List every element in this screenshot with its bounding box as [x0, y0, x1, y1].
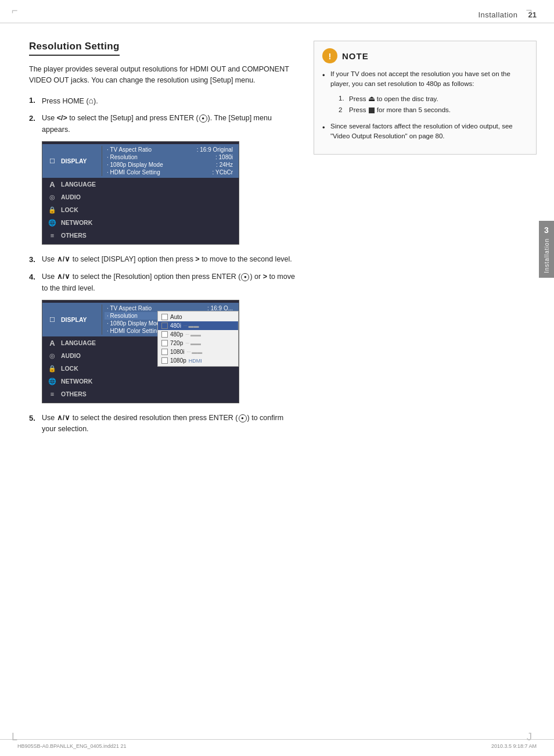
- checkbox-auto: [161, 314, 168, 320]
- setting-resolution: · Resolution: 1080i: [105, 153, 235, 161]
- submenu-480p-dots: ···: [185, 332, 189, 337]
- others-icon-1: ≡: [46, 231, 59, 240]
- stop-icon: [369, 108, 375, 113]
- display-label: DISPLAY: [61, 157, 102, 164]
- menu-row-others-2: ≡ OTHERS: [42, 388, 239, 400]
- language-icon-1: A: [46, 180, 59, 189]
- enter-icon-1: ●: [199, 114, 207, 123]
- network-label-1: NETWORK: [61, 219, 102, 226]
- menu-row-network-1: 🌐 NETWORK: [42, 216, 239, 229]
- submenu-480i-dots: ···: [184, 323, 188, 328]
- step-2-text: Use </> to select the [Setup] and press …: [42, 113, 296, 135]
- setting-tv-ratio: · TV Aspect Ratio: 16:9 Original: [105, 146, 235, 153]
- submenu-1080i-dots: ···: [186, 349, 190, 354]
- menu-row-network-2: 🌐 NETWORK: [42, 375, 239, 388]
- footer-right: 2010.3.5 9:18:7 AM: [491, 743, 537, 749]
- menu-screenshot-2: ☐ DISPLAY · TV Aspect Ratio: 16:9 O... ·…: [42, 300, 239, 403]
- menu-row-audio-1: ◎ AUDIO: [42, 191, 239, 203]
- display-label-2: DISPLAY: [61, 316, 102, 323]
- sidebar-tab-number: 3: [544, 225, 549, 235]
- setting-1080p: · 1080p Display Mode: 24Hz: [105, 161, 235, 169]
- corner-mark-bl: L: [12, 731, 17, 743]
- sidebar-tab-label: Installation: [544, 238, 550, 273]
- audio-icon-1: ◎: [46, 192, 59, 202]
- note-sub-item-1: 1. Press ⏏ to open the disc tray.: [339, 93, 528, 105]
- eject-icon: ⏏: [368, 94, 375, 103]
- language-label-1: LANGUAGE: [61, 181, 102, 188]
- display-icon-2: ☐: [46, 315, 59, 324]
- page-wrapper: ⌐ ¬ Installation 21 3 Installation Resol…: [0, 0, 554, 756]
- setting-hdmi: · HDMI Color Setting: YCbCr: [105, 169, 235, 176]
- submenu-auto-label: Auto: [170, 314, 182, 320]
- audio-label-1: AUDIO: [61, 194, 102, 200]
- sidebar-tab: 3 Installation: [539, 221, 554, 278]
- step-1-text: Press HOME (⌂).: [42, 95, 296, 108]
- step-2: 2. Use </> to select the [Setup] and pre…: [29, 113, 296, 135]
- checkbox-480p: [161, 331, 168, 338]
- note-exclamation-icon: !: [322, 48, 337, 63]
- display-settings: · TV Aspect Ratio: 16:9 Original · Resol…: [102, 146, 235, 176]
- checkbox-1080i: [161, 349, 168, 355]
- step-4: 4. Use ∧/∨ to select the [Resolution] op…: [29, 271, 296, 294]
- submenu-480p-label: 480p: [170, 331, 183, 338]
- step-1-num: 1.: [29, 95, 42, 106]
- network-icon-1: 🌐: [46, 218, 59, 227]
- lock-icon-2: 🔒: [46, 364, 59, 373]
- note-box: ! NOTE • If your TV does not accept the …: [314, 41, 537, 155]
- note-sub-text-2: Press for more than 5 seconds.: [349, 105, 451, 115]
- submenu-480i-label: 480i: [170, 323, 181, 329]
- audio-label-2: AUDIO: [61, 352, 102, 359]
- audio-icon-2: ◎: [46, 351, 59, 360]
- network-label-2: NETWORK: [61, 378, 102, 385]
- menu-row-language-1: A LANGUAGE: [42, 178, 239, 191]
- note-bullet-2: • Since several factors affect the resol…: [322, 121, 528, 142]
- language-label-2: LANGUAGE: [61, 339, 102, 346]
- note-header: ! NOTE: [322, 48, 528, 63]
- submenu-1080p: 1080p HDMI: [158, 356, 238, 365]
- resolution-submenu: Auto 480i ··· ▬▬ 480p ··· ▬▬: [157, 311, 239, 367]
- step-5-num: 5.: [29, 413, 42, 424]
- note-bullet-2-text: Since several factors affect the resolut…: [330, 121, 528, 142]
- checkbox-480i: [161, 323, 168, 329]
- note-bullet-1-content: If your TV does not accept the resolutio…: [330, 69, 528, 116]
- checkbox-720p: [161, 340, 168, 346]
- note-bullet-1: • If your TV does not accept the resolut…: [322, 69, 528, 116]
- step-4-num: 4.: [29, 271, 42, 283]
- menu-row-others-1: ≡ OTHERS: [42, 229, 239, 242]
- section-title: Resolution Setting: [29, 41, 120, 56]
- intro-text: The player provides several output resol…: [29, 64, 296, 87]
- submenu-1080p-label: 1080p: [170, 357, 186, 364]
- network-icon-2: 🌐: [46, 377, 59, 386]
- step-1: 1. Press HOME (⌂).: [29, 95, 296, 108]
- lock-label-1: LOCK: [61, 206, 102, 213]
- page-header: Installation 21: [0, 0, 554, 23]
- others-label-1: OTHERS: [61, 232, 102, 239]
- others-icon-2: ≡: [46, 389, 59, 399]
- step-4-text: Use ∧/∨ to select the [Resolution] optio…: [42, 271, 296, 294]
- step-5: 5. Use ∧/∨ to select the desired resolut…: [29, 413, 296, 435]
- lock-label-2: LOCK: [61, 365, 102, 372]
- corner-mark-tl: ⌐: [12, 5, 18, 17]
- footer-left: HB905SB-A0.BPANLLK_ENG_0405.indd21 21: [17, 743, 126, 749]
- corner-mark-br: J: [527, 731, 532, 743]
- step-3: 3. Use ∧/∨ to select [DISPLAY] option th…: [29, 254, 296, 266]
- main-content: Resolution Setting The player provides s…: [0, 23, 554, 453]
- note-sub-num-2: 2: [339, 105, 349, 115]
- note-sub-text-1: Press ⏏ to open the disc tray.: [349, 93, 438, 105]
- page-footer: HB905SB-A0.BPANLLK_ENG_0405.indd21 21 20…: [0, 739, 554, 749]
- submenu-720p-label: 720p: [170, 340, 183, 346]
- right-column: ! NOTE • If your TV does not accept the …: [314, 41, 537, 441]
- note-sub-list-1: 1. Press ⏏ to open the disc tray. 2 Pres…: [339, 93, 528, 116]
- note-sub-item-2: 2 Press for more than 5 seconds.: [339, 105, 528, 115]
- bullet-dot-2: •: [322, 122, 330, 134]
- enter-icon-3: ●: [239, 414, 247, 422]
- step-3-text: Use ∧/∨ to select [DISPLAY] option then …: [42, 254, 296, 265]
- corner-mark-tr: ¬: [526, 5, 532, 17]
- menu-screenshot-1: ☐ DISPLAY · TV Aspect Ratio: 16:9 Origin…: [42, 141, 239, 245]
- home-icon: ⌂: [89, 96, 93, 105]
- submenu-480p: 480p ··· ▬▬: [158, 330, 238, 339]
- lock-icon-1: 🔒: [46, 205, 59, 214]
- others-label-2: OTHERS: [61, 390, 102, 397]
- submenu-1080i-label: 1080i: [170, 349, 184, 355]
- step-3-num: 3.: [29, 254, 42, 266]
